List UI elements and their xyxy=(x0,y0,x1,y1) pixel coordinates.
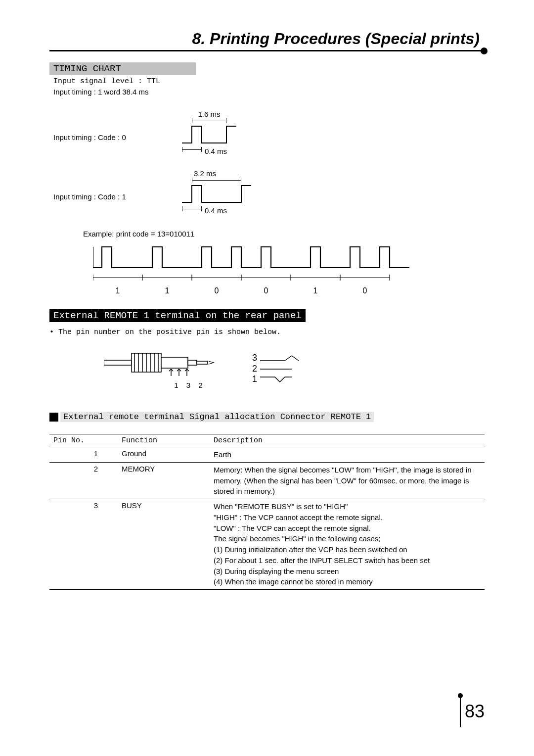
plug-icon xyxy=(104,348,218,378)
signal-alloc-heading: External remote terminal Signal allocati… xyxy=(60,412,374,422)
svg-rect-8 xyxy=(104,360,132,365)
cell-desc: Earth xyxy=(210,447,485,463)
svg-rect-18 xyxy=(188,360,197,365)
example-bit: 1 xyxy=(93,286,142,295)
col-description: Description xyxy=(210,434,485,447)
table-row: 3 BUSY When "REMOTE BUSY" is set to "HIG… xyxy=(49,499,485,590)
cell-func: Ground xyxy=(118,447,210,463)
input-signal-level: Input signal level : TTL xyxy=(53,77,485,86)
code0-label: Input timing : Code : 0 xyxy=(53,133,182,155)
svg-rect-19 xyxy=(197,361,208,364)
code1-high-width: 3.2 ms xyxy=(192,169,243,178)
remote-terminal-note: • The pin number on the positive pin is … xyxy=(49,328,485,336)
cell-pin: 1 xyxy=(49,447,118,463)
plug-pin-labels: 1 3 2 xyxy=(162,381,218,389)
cell-func: MEMORY xyxy=(118,462,210,499)
socket-pin-2: 2 xyxy=(252,364,257,375)
table-row: 1 Ground Earth xyxy=(49,447,485,463)
bullet-square-icon xyxy=(49,413,58,422)
example-wave-icon xyxy=(93,244,409,272)
example-label: Example: print code = 13=010011 xyxy=(83,230,485,238)
page-number-ornament: 83 xyxy=(460,696,485,727)
plug-diagram: 1 3 2 xyxy=(104,348,218,389)
socket-diagram: 3 2 1 xyxy=(252,353,302,385)
col-pin: Pin No. xyxy=(49,434,118,447)
example-scale-icon xyxy=(93,274,409,282)
page-number: 83 xyxy=(465,701,485,722)
pin-table: Pin No. Function Description 1 Ground Ea… xyxy=(49,434,485,590)
example-bit: 1 xyxy=(142,286,192,295)
code0-high-width: 1.6 ms xyxy=(192,110,226,118)
rule-dot-icon xyxy=(481,47,488,54)
code0-pulse-width: 0.4 ms xyxy=(205,147,227,155)
example-bit: 0 xyxy=(192,286,241,295)
code1-label: Input timing : Code : 1 xyxy=(53,192,182,215)
chapter-title: 8. Printing Procedures (Special prints) xyxy=(49,30,485,48)
socket-pin-1: 1 xyxy=(252,374,257,385)
example-bit: 1 xyxy=(291,286,340,295)
cell-pin: 2 xyxy=(49,462,118,499)
svg-rect-17 xyxy=(161,357,188,368)
remote-terminal-heading: External REMOTE 1 terminal on the rear p… xyxy=(49,309,306,322)
code1-wave-icon xyxy=(182,183,251,204)
code0-wave-icon xyxy=(182,123,236,145)
cell-pin: 3 xyxy=(49,499,118,590)
cell-desc: Memory: When the signal becomes "LOW" fr… xyxy=(210,462,485,499)
input-timing-word: Input timing : 1 word 38.4 ms xyxy=(53,88,485,96)
example-bits-row: 1 1 0 0 1 0 xyxy=(93,286,485,295)
cell-desc: When "REMOTE BUSY" is set to "HIGH" "HIG… xyxy=(210,499,485,590)
cell-func: BUSY xyxy=(118,499,210,590)
table-row: 2 MEMORY Memory: When the signal becomes… xyxy=(49,462,485,499)
col-function: Function xyxy=(118,434,210,447)
page-number-rule-icon xyxy=(460,696,461,727)
title-rule xyxy=(49,50,485,51)
example-bit: 0 xyxy=(340,286,390,295)
socket-pin-3: 3 xyxy=(252,353,257,364)
code1-pulse-width: 0.4 ms xyxy=(205,206,227,215)
example-bit: 0 xyxy=(241,286,291,295)
timing-chart-heading: TIMING CHART xyxy=(49,62,196,75)
